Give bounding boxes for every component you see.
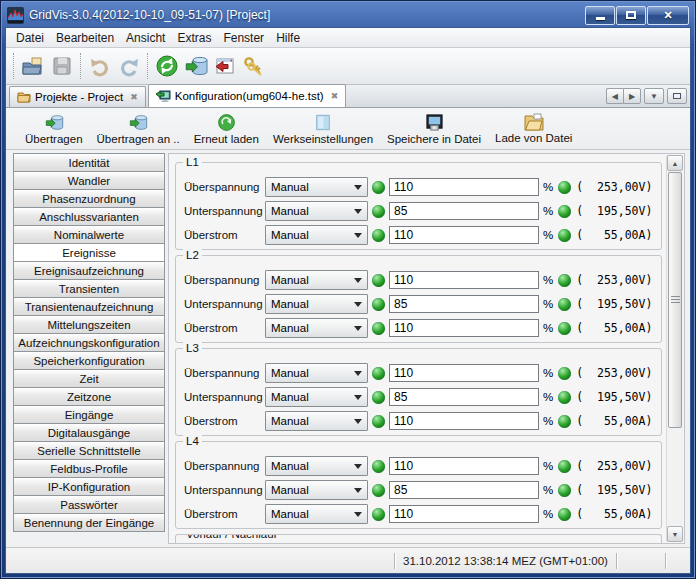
- unit-label: %: [543, 460, 553, 472]
- scroll-tabs-left-button[interactable]: ◀: [606, 88, 623, 104]
- phase-section: L2 Überspannung Manual % ( 253,00V) Unte…: [175, 255, 662, 343]
- menu-bar: DateiBearbeitenAnsichtExtrasFensterHilfe: [6, 28, 690, 48]
- threshold-input[interactable]: [389, 481, 539, 499]
- lade-von-datei-button[interactable]: Lade von Datei: [488, 112, 579, 145]
- maximize-button[interactable]: [616, 6, 646, 25]
- status-led-icon: [372, 460, 385, 473]
- sidebar-item[interactable]: Phasenzuordnung: [13, 189, 165, 208]
- sidebar-item[interactable]: Aufzeichnungskonfiguration: [13, 333, 165, 352]
- scroll-down-button[interactable]: ▼: [667, 526, 683, 542]
- threshold-input[interactable]: [389, 364, 539, 382]
- tab-close-icon[interactable]: ✖: [328, 91, 339, 101]
- mode-select[interactable]: Manual: [265, 294, 368, 314]
- sidebar-item[interactable]: Feldbus-Profile: [13, 459, 165, 478]
- tab-projekte[interactable]: Projekte - Project ✖: [9, 86, 146, 107]
- menu-item[interactable]: Bearbeiten: [50, 28, 120, 47]
- sidebar-item[interactable]: Digitalausgänge: [13, 423, 165, 442]
- threshold-input[interactable]: [389, 412, 539, 430]
- mode-select[interactable]: Manual: [265, 456, 368, 476]
- sidebar-item[interactable]: Eingänge: [13, 405, 165, 424]
- tab-konfiguration[interactable]: Konfiguration(umg604-he.tst) ✖: [148, 84, 347, 107]
- sidebar-item[interactable]: Nominalwerte: [13, 225, 165, 244]
- tab-list-dropdown-button[interactable]: ▼: [644, 88, 664, 104]
- mode-value: Manual: [271, 415, 309, 427]
- threshold-input[interactable]: [389, 178, 539, 196]
- import-window-button[interactable]: [210, 52, 239, 81]
- mode-select[interactable]: Manual: [265, 177, 368, 197]
- undo-button[interactable]: [85, 52, 114, 81]
- sidebar-item[interactable]: Wandler: [13, 171, 165, 190]
- unit-label: %: [543, 298, 553, 310]
- sidebar-item[interactable]: Serielle Schnittstelle: [13, 441, 165, 460]
- werkseinstellungen-button[interactable]: Werkseinstellungen: [266, 112, 380, 146]
- chevron-down-icon: [354, 326, 362, 331]
- sync-device-button[interactable]: [152, 52, 181, 81]
- transfer-config-button[interactable]: [181, 52, 210, 81]
- mode-select[interactable]: Manual: [265, 480, 368, 500]
- mode-select[interactable]: Manual: [265, 225, 368, 245]
- tab-close-icon[interactable]: ✖: [127, 92, 138, 102]
- chevron-down-icon: [354, 464, 362, 469]
- sidebar-item[interactable]: Ereignisse: [13, 243, 165, 262]
- close-button[interactable]: ✕: [647, 6, 689, 25]
- sidebar-item[interactable]: Mittelungszeiten: [13, 315, 165, 334]
- threshold-input[interactable]: [389, 226, 539, 244]
- scroll-up-button[interactable]: ▲: [667, 155, 683, 171]
- mode-select[interactable]: Manual: [265, 201, 368, 221]
- mode-select[interactable]: Manual: [265, 411, 368, 431]
- scrollbar-track[interactable]: [667, 171, 683, 526]
- sidebar-item[interactable]: Ereignisaufzeichnung: [13, 261, 165, 280]
- menu-item[interactable]: Datei: [10, 28, 50, 47]
- keys-button[interactable]: [239, 52, 268, 81]
- sidebar-item[interactable]: IP-Konfiguration: [13, 477, 165, 496]
- uebertragen-button[interactable]: Übertragen: [18, 112, 90, 146]
- threshold-input[interactable]: [389, 202, 539, 220]
- sidebar-item[interactable]: Identität: [13, 153, 165, 172]
- menu-item[interactable]: Ansicht: [120, 28, 171, 47]
- status-led-icon: [558, 181, 571, 194]
- menu-item[interactable]: Fenster: [217, 28, 270, 47]
- save-all-button[interactable]: [47, 52, 76, 81]
- tab-label: Konfiguration(umg604-he.tst): [175, 90, 324, 102]
- sidebar-item[interactable]: Zeit: [13, 369, 165, 388]
- vertical-scrollbar[interactable]: ▲ ▼: [666, 155, 683, 542]
- title-bar[interactable]: GridVis-3.0.4(2012-10-10_09-51-07) [Proj…: [5, 3, 691, 27]
- threshold-input[interactable]: [389, 505, 539, 523]
- mode-select[interactable]: Manual: [265, 270, 368, 290]
- scrollbar-thumb[interactable]: [668, 172, 682, 428]
- sidebar-item[interactable]: Transienten: [13, 279, 165, 298]
- threshold-input[interactable]: [389, 295, 539, 313]
- unit-label: %: [543, 484, 553, 496]
- unit-label: %: [543, 367, 553, 379]
- unit-label: %: [543, 229, 553, 241]
- mode-select[interactable]: Manual: [265, 318, 368, 338]
- status-bar: 31.10.2012 13:38:14 MEZ (GMT+01:00): [6, 547, 690, 573]
- sidebar-item[interactable]: Speicherkonfiguration: [13, 351, 165, 370]
- maximize-view-button[interactable]: [667, 88, 687, 104]
- threshold-input[interactable]: [389, 388, 539, 406]
- sidebar-item[interactable]: Benennung der Eingänge: [13, 513, 165, 532]
- sidebar-item[interactable]: Passwörter: [13, 495, 165, 514]
- maximize-icon: [626, 11, 636, 19]
- sidebar-item[interactable]: Transientenaufzeichnung: [13, 297, 165, 316]
- menu-item[interactable]: Extras: [171, 28, 217, 47]
- sidebar-item[interactable]: Anschlussvarianten: [13, 207, 165, 226]
- minimize-button[interactable]: [585, 6, 615, 25]
- uebertragen-an-button[interactable]: Übertragen an ..: [90, 112, 187, 146]
- status-led-icon: [372, 508, 385, 521]
- menu-item[interactable]: Hilfe: [270, 28, 306, 47]
- mode-select[interactable]: Manual: [265, 387, 368, 407]
- mode-select[interactable]: Manual: [265, 504, 368, 524]
- redo-button[interactable]: [114, 52, 143, 81]
- open-project-button[interactable]: [18, 52, 47, 81]
- sidebar-item[interactable]: Zeitzone: [13, 387, 165, 406]
- speichere-in-datei-button[interactable]: Speichere in Datei: [380, 112, 488, 146]
- erneut-laden-button[interactable]: Erneut laden: [187, 112, 266, 146]
- threshold-input[interactable]: [389, 457, 539, 475]
- scroll-tabs-right-button[interactable]: ▶: [623, 88, 641, 104]
- folder-icon: [17, 91, 31, 103]
- threshold-input[interactable]: [389, 319, 539, 337]
- mode-select[interactable]: Manual: [265, 363, 368, 383]
- threshold-input[interactable]: [389, 271, 539, 289]
- threshold-row: Unterspannung Manual % ( 195,50V): [184, 385, 655, 409]
